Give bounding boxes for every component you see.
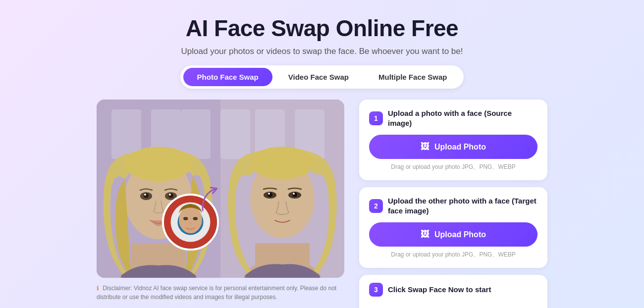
disclaimer: ℹ Disclaimer: Vidnoz AI face swap servic… bbox=[97, 284, 344, 302]
step-1-card: 1 Upload a photo with a face (Source ima… bbox=[359, 100, 547, 180]
tabs-row: Photo Face Swap Video Face Swap Multiple… bbox=[10, 65, 634, 89]
upload-target-label: Upload Photo bbox=[434, 230, 486, 239]
step-2-title: Upload the other photo with a face (Targ… bbox=[388, 196, 537, 215]
step-1-badge: 1 bbox=[369, 111, 383, 125]
right-panel: 1 Upload a photo with a face (Source ima… bbox=[359, 100, 547, 308]
disclaimer-text: Disclaimer: Vidnoz AI face swap service … bbox=[97, 285, 336, 301]
upload-icon-1: 🖼 bbox=[421, 142, 429, 152]
svg-rect-3 bbox=[181, 109, 211, 159]
page-header: AI Face Swap Online Free Upload your pho… bbox=[10, 15, 634, 56]
drag-hint-1: Drag or upload your photo JPG、PNG、WEBP bbox=[369, 163, 537, 171]
preview-images bbox=[97, 100, 344, 278]
svg-rect-15 bbox=[220, 109, 250, 159]
info-icon: ℹ bbox=[97, 285, 99, 292]
step-3-header: 3 Click Swap Face Now to start bbox=[369, 283, 537, 297]
svg-point-10 bbox=[144, 193, 149, 198]
step-2-badge: 2 bbox=[369, 199, 383, 213]
upload-icon-2: 🖼 bbox=[421, 229, 429, 240]
svg-point-27 bbox=[293, 193, 295, 195]
svg-point-7 bbox=[125, 147, 192, 181]
svg-point-33 bbox=[183, 217, 188, 220]
main-content: ℹ Disclaimer: Vidnoz AI face swap servic… bbox=[10, 100, 634, 308]
step-2-header: 2 Upload the other photo with a face (Ta… bbox=[369, 196, 537, 215]
upload-source-button[interactable]: 🖼 Upload Photo bbox=[369, 135, 537, 159]
step-3-title: Click Swap Face Now to start bbox=[388, 285, 491, 295]
tabs-container: Photo Face Swap Video Face Swap Multiple… bbox=[180, 65, 464, 89]
svg-point-25 bbox=[292, 192, 297, 197]
svg-point-24 bbox=[268, 192, 272, 197]
svg-point-13 bbox=[169, 194, 171, 196]
upload-target-button[interactable]: 🖼 Upload Photo bbox=[369, 222, 537, 247]
svg-point-21 bbox=[250, 147, 315, 179]
page-subtitle: Upload your photos or videos to swap the… bbox=[10, 47, 634, 56]
step-1-title: Upload a photo with a face (Source image… bbox=[388, 108, 537, 128]
result-image-preview bbox=[220, 100, 344, 278]
preview-panel: ℹ Disclaimer: Vidnoz AI face swap servic… bbox=[97, 100, 344, 302]
tab-multiple-face-swap[interactable]: Multiple Face Swap bbox=[365, 68, 461, 86]
step-3-card: 3 Click Swap Face Now to start Swap Face… bbox=[359, 275, 547, 308]
svg-point-34 bbox=[193, 217, 198, 220]
upload-source-label: Upload Photo bbox=[434, 143, 486, 152]
step-1-header: 1 Upload a photo with a face (Source ima… bbox=[369, 108, 537, 128]
step-3-badge: 3 bbox=[369, 283, 383, 297]
page-title: AI Face Swap Online Free bbox=[10, 15, 634, 42]
svg-point-26 bbox=[268, 193, 270, 195]
svg-point-12 bbox=[144, 194, 146, 196]
tab-photo-face-swap[interactable]: Photo Face Swap bbox=[183, 68, 272, 86]
step-2-card: 2 Upload the other photo with a face (Ta… bbox=[359, 187, 547, 268]
drag-hint-2: Drag or upload your photo JPG、PNG、WEBP bbox=[369, 251, 537, 259]
tab-video-face-swap[interactable]: Video Face Swap bbox=[274, 68, 363, 86]
svg-point-11 bbox=[168, 193, 173, 198]
